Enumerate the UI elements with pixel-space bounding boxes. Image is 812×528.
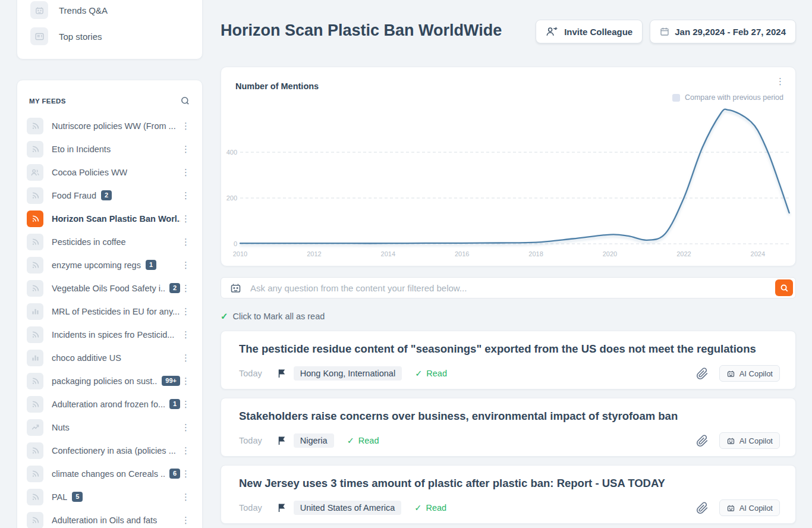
feed-menu-icon[interactable]: ⋮	[180, 120, 191, 131]
rss-icon	[31, 121, 40, 130]
sidebar-feed-item[interactable]: climate changes on Cereals ...6⋮	[23, 462, 196, 485]
unread-count-badge: 1	[169, 399, 180, 409]
article-date: Today	[239, 369, 262, 378]
sidebar-feed-item[interactable]: PAL5⋮	[23, 485, 196, 508]
sidebar-feed-item[interactable]: Pesticides in coffee⋮	[23, 230, 196, 253]
article-title[interactable]: The pesticide residue content of "season…	[239, 342, 780, 356]
search-icon[interactable]	[180, 96, 190, 106]
sidebar-feed-item[interactable]: Incidents in spices fro Pesticid...⋮	[23, 323, 196, 346]
bar-chart-icon	[31, 307, 40, 316]
sidebar-feed-item[interactable]: Food Fraud2⋮	[23, 184, 196, 207]
feed-label: PAL	[52, 492, 67, 502]
attachment-button[interactable]	[696, 435, 709, 447]
feed-menu-icon[interactable]: ⋮	[180, 468, 191, 479]
feed-menu-icon[interactable]: ⋮	[180, 213, 191, 224]
sidebar-feed-item-active[interactable]: Horizon Scan Plastic Ban Worl...⋮	[23, 207, 196, 230]
feed-label: Adulteration in Oils and fats	[52, 516, 157, 525]
rss-icon	[31, 330, 40, 339]
stories-icon	[34, 32, 45, 42]
feed-label: Horizon Scan Plastic Ban Worl...	[52, 214, 180, 224]
rss-icon	[31, 516, 40, 524]
sidebar-feed-item[interactable]: Eto in Incidents⋮	[23, 137, 196, 161]
feed-label: packaging policies on sust...	[52, 376, 157, 386]
feed-menu-icon[interactable]: ⋮	[180, 190, 191, 201]
sidebar-feed-item[interactable]: packaging policies on sust...99+⋮	[23, 369, 196, 392]
feed-menu-icon[interactable]: ⋮	[180, 166, 191, 178]
feed-label: Adulteration arond frozen fo...	[52, 400, 165, 409]
feed-menu-icon[interactable]: ⋮	[180, 352, 191, 363]
sidebar-feed-item[interactable]: choco additive US⋮	[23, 346, 196, 369]
ai-copilot-button[interactable]: AI Copilot	[719, 365, 780, 382]
svg-text:2020: 2020	[603, 250, 617, 257]
invite-colleague-label: Invite Colleague	[564, 27, 632, 37]
people-icon	[30, 168, 40, 177]
feed-menu-icon[interactable]: ⋮	[180, 445, 191, 456]
date-range-button[interactable]: Jan 29,2024 - Feb 27, 2024	[650, 20, 796, 43]
feed-label: Nutriscore policies WW (From ...	[52, 121, 176, 131]
feed-menu-icon[interactable]: ⋮	[180, 282, 191, 294]
flag-icon[interactable]	[278, 503, 286, 513]
invite-colleague-button[interactable]: Invite Colleague	[536, 20, 643, 43]
mark-all-read-button[interactable]: ✓ Click to Mark all as read	[221, 311, 325, 322]
read-status-toggle[interactable]: ✓Read	[415, 369, 447, 378]
article-title[interactable]: Stakeholders raise concerns over busines…	[239, 410, 780, 423]
sidebar-feed-item[interactable]: Adulteration in Oils and fats⋮	[23, 508, 196, 528]
feed-label: Confectionery in asia (policies ...	[52, 446, 176, 455]
ask-submit-button[interactable]	[775, 279, 793, 296]
ai-copilot-button[interactable]: AI Copilot	[719, 499, 780, 516]
feed-menu-icon[interactable]: ⋮	[180, 236, 191, 247]
check-icon: ✓	[221, 311, 228, 322]
attachment-button[interactable]	[696, 502, 709, 514]
rss-icon	[31, 214, 40, 223]
article-title[interactable]: New Jersey uses 3 times amount of plasti…	[239, 477, 780, 490]
attachment-button[interactable]	[696, 367, 709, 380]
rss-icon	[31, 376, 40, 385]
sidebar-feed-item[interactable]: Adulteration arond frozen fo...1⋮	[23, 392, 196, 416]
ai-copilot-button[interactable]: AI Copilot	[719, 432, 780, 449]
mark-all-read-label: Click to Mark all as read	[233, 312, 325, 321]
rss-icon	[31, 446, 40, 455]
feed-label: Nuts	[52, 423, 70, 432]
rss-icon	[31, 469, 40, 478]
ask-question-bar	[221, 277, 796, 298]
quick-link-trends-q-a[interactable]: Trends Q&A	[24, 0, 195, 23]
feed-menu-icon[interactable]: ⋮	[180, 491, 191, 502]
read-label: Read	[426, 369, 447, 378]
sidebar-feed-item[interactable]: Cocoa Policies WW⋮	[23, 161, 196, 184]
feed-menu-icon[interactable]: ⋮	[180, 514, 191, 526]
svg-text:2010: 2010	[233, 250, 247, 257]
feed-menu-icon[interactable]: ⋮	[180, 422, 191, 433]
feed-menu-icon[interactable]: ⋮	[180, 259, 191, 271]
svg-text:2014: 2014	[381, 250, 395, 257]
date-range-label: Jan 29,2024 - Feb 27, 2024	[675, 27, 786, 37]
feed-menu-icon[interactable]: ⋮	[180, 375, 191, 386]
svg-text:2012: 2012	[307, 250, 321, 257]
ask-question-input[interactable]	[250, 283, 775, 293]
sidebar-feed-item[interactable]: Nuts⋮	[23, 416, 196, 439]
feed-label: Cocoa Policies WW	[52, 168, 127, 177]
feed-label: Vegetable Oils Food Safety i...	[52, 284, 165, 293]
feed-label: Incidents in spices fro Pesticid...	[52, 330, 174, 340]
svg-text:2018: 2018	[528, 250, 543, 257]
quick-link-top-stories[interactable]: Top stories	[24, 23, 195, 49]
sidebar-feed-item[interactable]: Confectionery in asia (policies ...⋮	[23, 439, 196, 462]
my-feeds-panel: MY FEEDS Nutriscore policies WW (From ..…	[17, 80, 203, 528]
sidebar-feed-item[interactable]: Vegetable Oils Food Safety i...2⋮	[23, 276, 196, 300]
feed-menu-icon[interactable]: ⋮	[180, 398, 191, 410]
unread-count-badge: 99+	[162, 376, 180, 386]
feed-menu-icon[interactable]: ⋮	[180, 329, 191, 340]
flag-icon[interactable]	[278, 436, 286, 445]
person-add-icon	[546, 26, 559, 37]
article-card: New Jersey uses 3 times amount of plasti…	[221, 465, 796, 524]
sidebar-feed-item[interactable]: MRL of Pesticides in EU for any...⋮	[23, 300, 196, 323]
read-status-toggle[interactable]: ✓Read	[414, 503, 446, 513]
feed-menu-icon[interactable]: ⋮	[180, 306, 191, 317]
sidebar-feed-item[interactable]: Nutriscore policies WW (From ...⋮	[23, 114, 196, 137]
paperclip-icon	[696, 367, 709, 380]
read-status-toggle[interactable]: ✓Read	[347, 436, 379, 445]
sidebar-feed-item[interactable]: enzyme upcoming regs1⋮	[23, 253, 196, 276]
feed-menu-icon[interactable]: ⋮	[180, 143, 191, 155]
feed-label: climate changes on Cereals ...	[52, 469, 165, 479]
flag-icon[interactable]	[278, 369, 286, 378]
quick-links-panel: Trends Q&ATop stories	[17, 0, 203, 59]
